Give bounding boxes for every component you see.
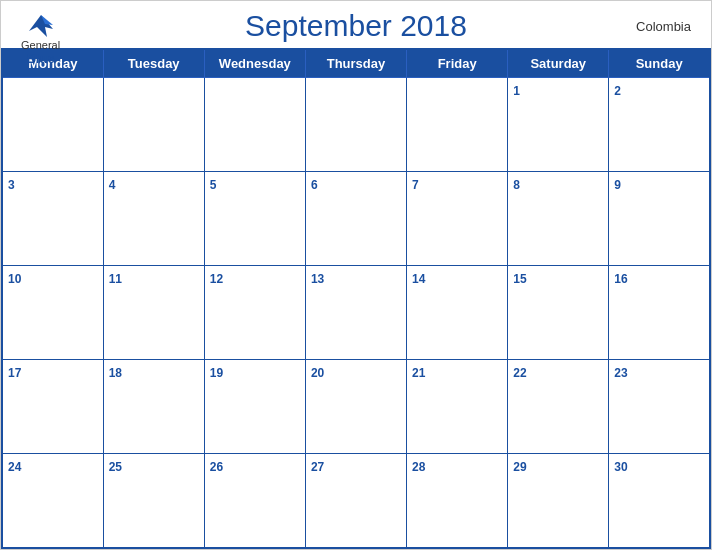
day-number: 2: [614, 84, 621, 98]
logo-general: General: [21, 39, 60, 51]
calendar-cell: 1: [508, 78, 609, 172]
day-number: 23: [614, 366, 627, 380]
day-number: 16: [614, 272, 627, 286]
day-number: 30: [614, 460, 627, 474]
calendar-week-row: 10111213141516: [2, 266, 710, 360]
day-number: 18: [109, 366, 122, 380]
calendar-cell: 15: [508, 266, 609, 360]
calendar-cell: 26: [204, 454, 305, 548]
day-number: 4: [109, 178, 116, 192]
calendar-cell: 7: [407, 172, 508, 266]
day-number: 6: [311, 178, 318, 192]
col-sunday: Sunday: [609, 49, 710, 78]
calendar-cell: [407, 78, 508, 172]
day-number: 28: [412, 460, 425, 474]
day-number: 9: [614, 178, 621, 192]
day-number: 21: [412, 366, 425, 380]
calendar-cell: 18: [103, 360, 204, 454]
calendar-cell: 17: [2, 360, 103, 454]
calendar-cell: 8: [508, 172, 609, 266]
day-number: 10: [8, 272, 21, 286]
calendar-cell: 10: [2, 266, 103, 360]
calendar-cell: 27: [305, 454, 406, 548]
day-number: 25: [109, 460, 122, 474]
calendar-cell: 11: [103, 266, 204, 360]
calendar-cell: 13: [305, 266, 406, 360]
calendar-cell: 25: [103, 454, 204, 548]
day-number: 3: [8, 178, 15, 192]
calendar-week-row: 3456789: [2, 172, 710, 266]
calendar-cell: 30: [609, 454, 710, 548]
calendar-cell: 21: [407, 360, 508, 454]
day-number: 5: [210, 178, 217, 192]
day-number: 27: [311, 460, 324, 474]
calendar-cell: 16: [609, 266, 710, 360]
col-tuesday: Tuesday: [103, 49, 204, 78]
calendar-cell: 19: [204, 360, 305, 454]
calendar-cell: 3: [2, 172, 103, 266]
day-number: 24: [8, 460, 21, 474]
bird-icon: [25, 11, 57, 39]
calendar-cell: 14: [407, 266, 508, 360]
calendar-body: 1234567891011121314151617181920212223242…: [2, 78, 710, 549]
calendar-cell: 23: [609, 360, 710, 454]
day-number: 1: [513, 84, 520, 98]
calendar-week-row: 24252627282930: [2, 454, 710, 548]
col-friday: Friday: [407, 49, 508, 78]
col-thursday: Thursday: [305, 49, 406, 78]
calendar-table: Monday Tuesday Wednesday Thursday Friday…: [1, 48, 711, 549]
calendar-cell: [2, 78, 103, 172]
col-saturday: Saturday: [508, 49, 609, 78]
calendar-cell: [103, 78, 204, 172]
calendar-cell: 4: [103, 172, 204, 266]
calendar-page: General Blue September 2018 Colombia Mon…: [0, 0, 712, 550]
calendar-cell: 9: [609, 172, 710, 266]
day-number: 11: [109, 272, 122, 286]
calendar-cell: 20: [305, 360, 406, 454]
calendar-cell: [204, 78, 305, 172]
svg-marker-0: [29, 15, 53, 37]
logo-blue: Blue: [26, 51, 54, 66]
col-wednesday: Wednesday: [204, 49, 305, 78]
day-number: 14: [412, 272, 425, 286]
day-number: 19: [210, 366, 223, 380]
calendar-week-row: 17181920212223: [2, 360, 710, 454]
day-number: 8: [513, 178, 520, 192]
calendar-cell: [305, 78, 406, 172]
calendar-cell: 2: [609, 78, 710, 172]
day-number: 22: [513, 366, 526, 380]
logo: General Blue: [21, 11, 60, 66]
day-number: 29: [513, 460, 526, 474]
day-number: 15: [513, 272, 526, 286]
calendar-cell: 5: [204, 172, 305, 266]
day-number: 7: [412, 178, 419, 192]
calendar-cell: 24: [2, 454, 103, 548]
calendar-cell: 28: [407, 454, 508, 548]
day-number: 13: [311, 272, 324, 286]
calendar-cell: 22: [508, 360, 609, 454]
day-number: 17: [8, 366, 21, 380]
day-number: 12: [210, 272, 223, 286]
weekday-header-row: Monday Tuesday Wednesday Thursday Friday…: [2, 49, 710, 78]
page-header: General Blue September 2018 Colombia: [1, 1, 711, 48]
country-label: Colombia: [636, 19, 691, 34]
day-number: 20: [311, 366, 324, 380]
calendar-week-row: 12: [2, 78, 710, 172]
day-number: 26: [210, 460, 223, 474]
calendar-cell: 6: [305, 172, 406, 266]
page-title: September 2018: [245, 9, 467, 43]
calendar-cell: 12: [204, 266, 305, 360]
calendar-cell: 29: [508, 454, 609, 548]
